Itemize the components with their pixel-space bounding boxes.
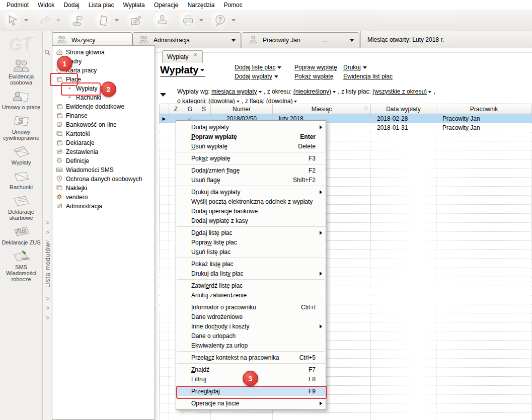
- menu-item-usun-wyplate[interactable]: Usuń wypłatęDelete: [176, 141, 326, 151]
- toolbar-stamp-button[interactable]: [153, 12, 171, 30]
- menu-item-wyslij-poczta-elektroniczna-odcinek-z-wyplaty[interactable]: Wyślij pocztą elektroniczną odcinek z wy…: [176, 197, 326, 206]
- menu-item-drukuj-dla-wyplaty[interactable]: Drukuj dla wypłaty: [176, 187, 326, 197]
- menubar-item-lista-plac[interactable]: Lista płac: [84, 1, 119, 10]
- column-header-miesiac[interactable]: Miesiąc▽: [273, 104, 371, 114]
- menu-item-dodaj-operacje-bankowe[interactable]: Dodaj operacje bankowe: [176, 206, 326, 216]
- toolbar-help-button[interactable]: ?: [211, 12, 236, 30]
- menu-item-usun-flage[interactable]: Usuń flagęShift+F2: [176, 175, 326, 185]
- menubar-item-widok[interactable]: Widok: [33, 1, 59, 10]
- tree-item-definicje[interactable]: Definicje: [52, 156, 155, 165]
- menu-item-operacje-na-liscie[interactable]: Operacje na liście: [176, 398, 326, 408]
- toolbar-new-document-button[interactable]: [95, 12, 119, 30]
- column-header-z[interactable]: Z: [169, 104, 183, 114]
- chevron-down-icon[interactable]: [232, 39, 236, 42]
- tree-item-deklaracje[interactable]: Deklaracje: [52, 138, 155, 147]
- tree-item-naklejki[interactable]: Naklejki: [52, 184, 155, 193]
- sidebar-module-deklaracje-zus[interactable]: ZUSDeklaracje ZUS: [0, 224, 42, 245]
- tree-item-bankowosc-on-line[interactable]: eBankowość on-line: [52, 120, 155, 129]
- column-header-data-wyplaty[interactable]: Data wypłaty: [371, 104, 436, 114]
- menu-item-popraw-liste-plac[interactable]: Popraw listę płac: [176, 237, 326, 247]
- toolbar-navigate-back-button[interactable]: [4, 12, 28, 30]
- sidebar-module-rachunki[interactable]: Rachunki: [0, 169, 42, 190]
- chevron-down-icon[interactable]: [333, 91, 336, 93]
- toolbar-print-button[interactable]: [179, 12, 203, 30]
- menu-item-pokaz-wyplate[interactable]: Pokaż wypłatęF3: [176, 153, 326, 163]
- menu-item-przegladaj[interactable]: PrzeglądajF9: [176, 386, 326, 396]
- close-tab-icon[interactable]: ✕: [193, 52, 198, 58]
- column-header-pracownik[interactable]: Pracownik: [436, 104, 532, 114]
- menubar-item-narzedzia[interactable]: Narzędzia: [183, 1, 219, 10]
- action-link-popraw-wyplate[interactable]: Popraw wypłatę: [294, 64, 337, 71]
- menu-item-dodaj-wyplaty[interactable]: Dodaj wypłaty: [176, 122, 326, 132]
- tree-item-finanse[interactable]: Finanse: [52, 111, 155, 120]
- column-header-s[interactable]: S: [197, 104, 211, 114]
- module-list-handle-label[interactable]: Lista modułów: [43, 238, 52, 292]
- sort-indicator-icon[interactable]: ▽: [364, 106, 368, 111]
- menubar-item-dodaj[interactable]: Dodaj: [59, 1, 84, 10]
- chevron-down-icon[interactable]: [350, 39, 354, 42]
- menu-item-zatwierdz-liste-plac[interactable]: Zatwierdź listę płac: [176, 281, 326, 290]
- menu-item-anuluj-zatwierdzenie[interactable]: Anuluj zatwierdzenie: [176, 290, 326, 300]
- action-link-pokaz-wyplate[interactable]: Pokaż wypłatę: [294, 73, 337, 80]
- menu-item-pokaz-liste-plac[interactable]: Pokaż listę płac: [176, 259, 326, 269]
- menu-item-inne-dochody-i-koszty[interactable]: Inne dochody i koszty: [176, 321, 326, 331]
- menubar-item-operacje[interactable]: Operacje: [149, 1, 183, 10]
- sidebar-module-umowy-o-prace[interactable]: Umowy o pracę: [0, 89, 42, 110]
- toolbar-pin-page-button[interactable]: [68, 12, 87, 30]
- dropdown-arrow-icon[interactable]: [199, 19, 203, 22]
- menu-item-ekwiwalenty-za-urlop[interactable]: Ekwiwalenty za urlop: [176, 341, 326, 350]
- action-link-dodaj-wyplaty[interactable]: Dodaj wypłaty: [235, 73, 281, 80]
- toolbar-edit-button[interactable]: [127, 12, 145, 30]
- dropdown-arrow-icon[interactable]: [56, 19, 60, 22]
- menu-item-usun-liste-plac[interactable]: Usuń listę płac: [176, 247, 326, 257]
- sidebar-module-wyplaty[interactable]: Wypłaty: [0, 144, 42, 165]
- menu-item-dodaj-zmien-flage[interactable]: Dodaj/zmień flagęF2: [176, 165, 326, 175]
- menu-item-dodaj-wyplate-z-kasy[interactable]: Dodaj wypłatę z kasy: [176, 216, 326, 225]
- pin-icon[interactable]: [44, 49, 51, 58]
- filter-collapse-icon[interactable]: [160, 93, 166, 97]
- menubar-item-podmiot[interactable]: Podmiot: [2, 1, 33, 10]
- chevron-down-icon[interactable]: [237, 101, 240, 103]
- menu-item-popraw-wyplate[interactable]: Popraw wypłatęEnter: [176, 132, 326, 141]
- tree-item-ochrona-danych-osobowych[interactable]: Ochrona danych osobowych: [52, 175, 155, 184]
- chevron-down-icon[interactable]: [259, 91, 262, 93]
- tree-item-vendero[interactable]: vendero: [52, 193, 155, 202]
- action-link-drukuj[interactable]: Drukuj: [343, 64, 393, 71]
- dropdown-arrow-icon[interactable]: [115, 19, 119, 22]
- menu-item-dodaj-liste-plac[interactable]: Dodaj listę płac: [176, 228, 326, 237]
- page-title-dropdown[interactable]: Wypłaty: [160, 64, 205, 77]
- menu-item-dane-o-urlopach[interactable]: Dane o urlopach: [176, 331, 326, 341]
- filter-link-nieokreslony[interactable]: (nieokreślony): [293, 88, 331, 95]
- ellipsis-label[interactable]: ...: [323, 37, 328, 44]
- tree-item-kartoteki[interactable]: Kartoteki: [52, 129, 155, 138]
- column-header-g[interactable]: G: [183, 104, 197, 114]
- chevrons-bottom[interactable]: >>>: [43, 296, 52, 321]
- sidebar-module-sms-wiadomosci-robocze[interactable]: SMSSMSWiadomościrobocze: [0, 249, 42, 282]
- chevron-down-icon[interactable]: [428, 91, 431, 93]
- menu-item-przelacz-kontekst-na-pracownika[interactable]: Przełącz kontekst na pracownikaCtrl+5: [176, 353, 326, 362]
- document-tab-wyplaty[interactable]: Wypłaty ✕: [162, 50, 203, 63]
- tree-item-ewidencje-dodatkowe[interactable]: Ewidencje dodatkowe: [52, 102, 155, 111]
- column-header-numer[interactable]: Numer: [211, 104, 273, 114]
- column-header-marker[interactable]: [159, 104, 169, 114]
- tree-item-wiadomosci-sms[interactable]: SMSWiadomości SMS: [52, 165, 155, 175]
- filter-link-miesiaca-wyplaty[interactable]: miesiąca wypłaty: [211, 88, 257, 95]
- chevron-down-icon[interactable]: [294, 101, 297, 103]
- dropdown-arrow-icon[interactable]: [232, 19, 236, 22]
- menubar-item-pomoc[interactable]: Pomoc: [219, 1, 247, 10]
- menu-item-informator-o-pracowniku[interactable]: Informator o pracownikuCtrl+I: [176, 302, 326, 312]
- sidebar-module-ewidencja-osobowa[interactable]: Ewidencjaosobowa: [0, 58, 42, 86]
- sidebar-module-deklaracje-skarbowe[interactable]: Deklaracjeskarbowe: [0, 194, 42, 221]
- table-empty-row[interactable]: [159, 413, 532, 420]
- tree-item-strona-glowna[interactable]: Strona główna: [52, 48, 155, 57]
- menubar-item-wyplata[interactable]: Wypłata: [118, 1, 149, 10]
- toolbar-navigate-forward-button[interactable]: [36, 12, 60, 30]
- sidebar-module-umowy-cywilnoprawne[interactable]: SUmowycywilnoprawne: [0, 114, 42, 141]
- tree-item-zestawienia[interactable]: Zestawienia: [52, 147, 155, 156]
- action-link-dodaj-liste-plac[interactable]: Dodaj listę płac: [235, 64, 281, 71]
- menu-item-drukuj-dla-listy-plac[interactable]: Drukuj dla listy płac: [176, 269, 326, 278]
- filter-link-wszystkie-z-okresu[interactable]: (wszystkie z okresu): [372, 88, 427, 95]
- action-link-ewidencja-list-plac[interactable]: Ewidencja list płac: [343, 73, 393, 80]
- menu-item-dane-wdrozeniowe[interactable]: Dane wdrożeniowe: [176, 312, 326, 321]
- tree-item-administracja[interactable]: Administracja: [52, 202, 155, 211]
